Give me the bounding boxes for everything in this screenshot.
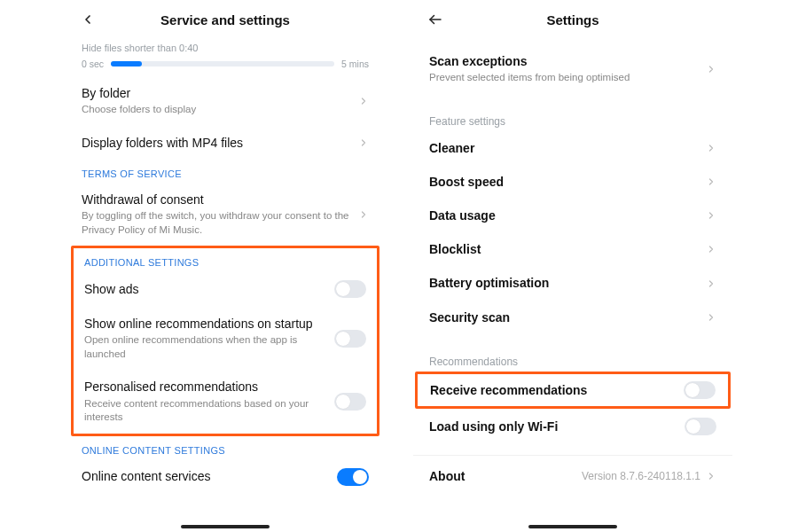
battery-label: Battery optimisation xyxy=(429,275,697,291)
security-scan-label: Security scan xyxy=(429,309,697,325)
tos-caption: TERMS OF SERVICE xyxy=(66,160,385,183)
by-folder-label: By folder xyxy=(82,85,349,101)
personalised-row[interactable]: Personalised recommendations Receive con… xyxy=(74,370,377,433)
right-screen: Settings Scan exceptions Prevent selecte… xyxy=(413,0,732,532)
about-label: About xyxy=(429,468,573,484)
page-title: Service and settings xyxy=(88,12,363,27)
online-recs-toggle[interactable] xyxy=(334,330,366,348)
additional-settings-highlight: ADDITIONAL SETTINGS Show ads Show online… xyxy=(71,246,379,435)
data-usage-label: Data usage xyxy=(429,207,697,223)
wifi-only-label: Load using only Wi-Fi xyxy=(429,419,676,434)
boost-speed-label: Boost speed xyxy=(429,174,697,190)
slider-fill xyxy=(111,61,142,66)
withdrawal-sub: By toggling off the switch, you withdraw… xyxy=(82,209,349,237)
chevron-right-icon xyxy=(706,244,716,254)
display-mp4-label: Display folders with MP4 files xyxy=(82,135,349,151)
recommendations-caption: Recommendations xyxy=(413,347,732,372)
slider-row: 0 sec 5 mins xyxy=(82,59,369,69)
scan-exceptions-sub: Prevent selected items from being optimi… xyxy=(429,71,697,85)
chevron-right-icon xyxy=(358,137,369,148)
chevron-right-icon xyxy=(706,312,716,323)
header: Service and settings xyxy=(66,0,385,39)
receive-recs-row[interactable]: Receive recommendations xyxy=(418,374,728,406)
by-folder-sub: Choose folders to display xyxy=(82,103,349,117)
online-services-row[interactable]: Online content services xyxy=(66,459,385,495)
security-scan-row[interactable]: Security scan xyxy=(413,301,732,334)
feature-settings-caption: Feature settings xyxy=(413,106,732,131)
show-ads-toggle[interactable] xyxy=(334,280,366,298)
hide-short-files-slider-block: Hide files shorter than 0:40 0 sec 5 min… xyxy=(66,39,385,76)
header: Settings xyxy=(413,0,732,39)
battery-row[interactable]: Battery optimisation xyxy=(413,266,732,300)
home-indicator[interactable] xyxy=(528,525,617,528)
slider-max-label: 5 mins xyxy=(341,59,369,69)
withdrawal-row[interactable]: Withdrawal of consent By toggling off th… xyxy=(66,183,385,246)
receive-recs-toggle[interactable] xyxy=(684,381,716,399)
chevron-right-icon xyxy=(706,64,716,74)
about-row[interactable]: About Version 8.7.6-240118.1.1 xyxy=(413,455,732,493)
show-ads-label: Show ads xyxy=(84,281,325,297)
additional-settings-caption: ADDITIONAL SETTINGS xyxy=(74,248,377,271)
personalised-label: Personalised recommendations xyxy=(84,379,325,395)
online-recs-label: Show online recommendations on startup xyxy=(84,316,325,332)
receive-recs-highlight: Receive recommendations xyxy=(415,372,731,409)
online-services-toggle[interactable] xyxy=(337,468,369,486)
personalised-toggle[interactable] xyxy=(334,393,366,411)
left-screen: Service and settings Hide files shorter … xyxy=(66,0,385,532)
about-version: Version 8.7.6-240118.1.1 xyxy=(582,470,700,482)
blocklist-row[interactable]: Blocklist xyxy=(413,232,732,266)
online-services-label: Online content services xyxy=(82,468,328,484)
chevron-right-icon xyxy=(706,471,716,481)
chevron-right-icon xyxy=(706,278,716,289)
show-ads-row[interactable]: Show ads xyxy=(74,271,377,307)
page-title: Settings xyxy=(435,12,710,27)
personalised-sub: Receive content recommendations based on… xyxy=(84,397,325,425)
data-usage-row[interactable]: Data usage xyxy=(413,199,732,232)
chevron-right-icon xyxy=(358,209,369,220)
chevron-right-icon xyxy=(706,176,716,187)
withdrawal-label: Withdrawal of consent xyxy=(82,192,349,207)
wifi-only-toggle[interactable] xyxy=(685,418,716,435)
display-mp4-row[interactable]: Display folders with MP4 files xyxy=(66,126,385,160)
by-folder-row[interactable]: By folder Choose folders to display xyxy=(66,76,385,126)
online-recs-sub: Open online recommendations when the app… xyxy=(84,333,325,361)
slider-hint: Hide files shorter than 0:40 xyxy=(82,43,369,53)
slider-min-label: 0 sec xyxy=(82,59,104,69)
home-indicator[interactable] xyxy=(181,525,270,528)
online-content-caption: ONLINE CONTENT SETTINGS xyxy=(66,436,385,459)
online-recs-row[interactable]: Show online recommendations on startup O… xyxy=(74,307,377,370)
wifi-only-row[interactable]: Load using only Wi-Fi xyxy=(413,409,732,444)
blocklist-label: Blocklist xyxy=(429,241,697,257)
scan-exceptions-row[interactable]: Scan exceptions Prevent selected items f… xyxy=(413,44,732,94)
chevron-right-icon xyxy=(706,143,716,153)
slider-track[interactable] xyxy=(111,61,334,66)
chevron-right-icon xyxy=(358,96,369,106)
scan-exceptions-label: Scan exceptions xyxy=(429,53,697,69)
receive-recs-label: Receive recommendations xyxy=(430,382,675,398)
boost-speed-row[interactable]: Boost speed xyxy=(413,165,732,199)
cleaner-row[interactable]: Cleaner xyxy=(413,131,732,165)
chevron-right-icon xyxy=(706,210,716,221)
cleaner-label: Cleaner xyxy=(429,140,697,156)
